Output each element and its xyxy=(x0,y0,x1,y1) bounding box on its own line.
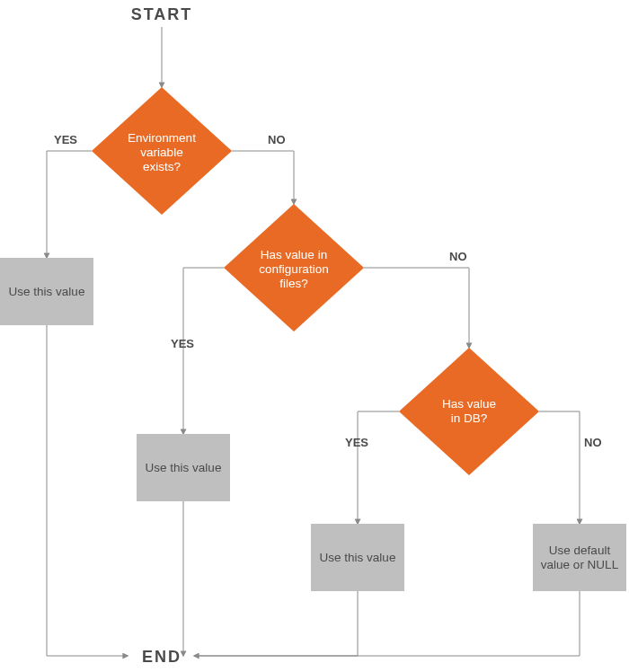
decision-text: files? xyxy=(279,277,308,290)
connector xyxy=(194,591,580,656)
process-default-null: Use default value or NULL xyxy=(533,524,626,591)
edge-label-yes: YES xyxy=(171,337,194,350)
edge-label-yes: YES xyxy=(54,133,77,146)
decision-text: Has value in xyxy=(261,248,327,261)
start-terminator: START xyxy=(131,5,193,23)
flowchart-canvas: START Environment variable exists? YES N… xyxy=(0,0,629,672)
process-text: Use this value xyxy=(320,551,396,564)
decision-text: variable xyxy=(140,146,182,159)
decision-text: in DB? xyxy=(451,411,488,425)
end-terminator: END xyxy=(142,648,182,666)
decision-env-var: Environment variable exists? xyxy=(92,87,232,215)
connector xyxy=(47,151,92,258)
decision-text: Has value xyxy=(442,397,496,411)
connector xyxy=(47,325,128,656)
decision-db: Has value in DB? xyxy=(399,348,539,475)
edge-label-no: NO xyxy=(268,133,286,146)
connector xyxy=(364,268,469,348)
connector xyxy=(358,411,399,524)
connector xyxy=(183,268,224,434)
connector xyxy=(194,591,358,656)
decision-text: Environment xyxy=(128,131,196,145)
decision-config-files: Has value in configuration files? xyxy=(224,204,364,332)
process-text: Use default xyxy=(549,544,611,557)
process-text: value or NULL xyxy=(541,558,619,571)
connector xyxy=(232,151,294,204)
edge-label-no: NO xyxy=(584,436,602,449)
decision-text: exists? xyxy=(143,160,181,173)
process-use-value-3: Use this value xyxy=(311,524,404,591)
process-use-value-2: Use this value xyxy=(137,434,230,501)
decision-text: configuration xyxy=(259,262,328,276)
connector xyxy=(539,411,580,524)
process-text: Use this value xyxy=(9,285,85,298)
process-use-value-1: Use this value xyxy=(0,258,93,325)
process-text: Use this value xyxy=(146,461,222,474)
edge-label-yes: YES xyxy=(345,436,368,449)
edge-label-no: NO xyxy=(449,250,467,263)
